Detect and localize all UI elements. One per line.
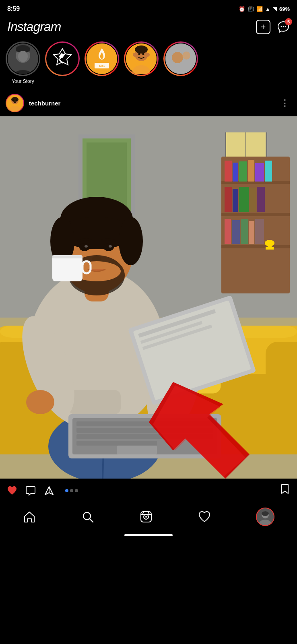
stories-row: Your Story [0, 38, 297, 90]
send-icon [43, 485, 55, 496]
messenger-button[interactable]: 5 [277, 21, 290, 33]
story-4-image [126, 43, 157, 74]
story-2-avatar [47, 43, 78, 74]
svg-point-14 [133, 53, 137, 57]
your-story-inner [7, 43, 39, 75]
svg-rect-50 [250, 188, 256, 212]
post-header: techburner ⋮ [0, 90, 297, 116]
nav-search[interactable] [79, 508, 96, 525]
profile-nav-avatar [256, 508, 274, 526]
svg-rect-43 [239, 161, 247, 182]
story-4-inner [125, 43, 157, 75]
wifi-icon: ▲ [265, 6, 270, 12]
your-story-label: Your Story [12, 78, 34, 84]
story-3-icon: bits [87, 43, 117, 74]
network-icon: ◥ [273, 6, 277, 12]
svg-rect-51 [257, 187, 265, 212]
like-button[interactable] [6, 485, 18, 496]
home-indicator [124, 534, 173, 536]
svg-point-85 [26, 390, 54, 414]
your-story-ring [6, 41, 40, 76]
story-3-ring: bits [85, 41, 119, 76]
nav-home[interactable] [21, 508, 38, 525]
story-2-item[interactable] [45, 41, 80, 84]
your-story-item[interactable]: Your Story [6, 41, 40, 84]
nav-reels[interactable] [138, 508, 155, 525]
svg-point-15 [146, 53, 150, 57]
svg-rect-46 [265, 161, 272, 182]
post-user-image [6, 95, 23, 111]
svg-rect-49 [239, 187, 249, 212]
svg-point-78 [103, 243, 114, 251]
story-5-ring [163, 41, 198, 76]
svg-point-17 [142, 53, 144, 55]
vibrate-icon: 📳 [248, 6, 254, 12]
top-nav: Instagram + 5 [0, 16, 297, 38]
svg-point-26 [13, 99, 14, 101]
nav-activity[interactable] [196, 508, 213, 525]
story-4-ring [124, 41, 159, 76]
story-2-ring [45, 41, 80, 76]
your-story-image [8, 43, 38, 74]
alarm-icon: ⏰ [239, 6, 245, 12]
svg-point-20 [172, 52, 183, 63]
signal-icon: 📶 [256, 6, 263, 12]
svg-rect-44 [248, 160, 254, 182]
svg-point-13 [135, 45, 148, 54]
post-actions [0, 479, 297, 501]
svg-point-24 [11, 97, 19, 102]
action-right-group [279, 483, 291, 497]
svg-rect-96 [117, 446, 157, 454]
svg-rect-88 [52, 255, 82, 258]
post-more-button[interactable]: ⋮ [279, 98, 291, 108]
svg-point-115 [262, 511, 269, 516]
svg-rect-48 [233, 189, 238, 212]
svg-rect-55 [249, 221, 254, 244]
bookmark-icon [279, 483, 291, 495]
story-2-icon [50, 47, 74, 71]
svg-point-27 [16, 99, 17, 101]
nav-icons: + 5 [256, 20, 290, 34]
svg-point-1 [283, 26, 284, 27]
svg-rect-65 [266, 342, 297, 454]
svg-point-76 [119, 217, 143, 265]
post-avatar [6, 95, 23, 111]
story-2-inner [46, 43, 78, 75]
status-time: 8:59 [7, 5, 20, 12]
share-button[interactable] [43, 485, 55, 496]
svg-point-109 [145, 516, 147, 518]
svg-point-16 [138, 53, 140, 55]
nav-profile[interactable] [254, 506, 276, 528]
battery-label: 69% [279, 6, 290, 12]
svg-rect-40 [221, 245, 290, 248]
story-5-item[interactable] [163, 41, 198, 84]
svg-line-106 [90, 519, 93, 522]
dot-1 [70, 489, 73, 492]
story-3-inner: bits [86, 43, 118, 75]
your-story-avatar [8, 43, 38, 74]
comment-button[interactable] [25, 485, 36, 496]
dot-active [65, 489, 68, 492]
profile-nav-image [257, 508, 274, 525]
svg-point-80 [109, 245, 112, 248]
bookmark-button[interactable] [279, 483, 291, 497]
post-image-svg [0, 116, 297, 479]
story-3-avatar: bits [87, 43, 117, 74]
post-avatar-wrapper[interactable] [6, 94, 24, 112]
carousel-dots [65, 489, 78, 492]
add-post-button[interactable]: + [256, 20, 270, 34]
status-icons: ⏰ 📳 📶 ▲ ◥ 69% [239, 6, 290, 12]
svg-rect-86 [52, 255, 82, 281]
svg-rect-47 [225, 187, 232, 212]
story-3-item[interactable]: bits [85, 41, 119, 84]
post-username[interactable]: techburner [29, 100, 274, 107]
instagram-logo: Instagram [7, 19, 61, 34]
svg-point-7 [18, 51, 28, 62]
comment-icon [25, 485, 36, 496]
svg-rect-95 [76, 441, 157, 446]
svg-point-21 [182, 52, 190, 60]
reels-icon [139, 510, 153, 524]
svg-rect-45 [255, 163, 264, 182]
story-4-item[interactable] [124, 41, 159, 84]
search-icon [81, 510, 95, 524]
